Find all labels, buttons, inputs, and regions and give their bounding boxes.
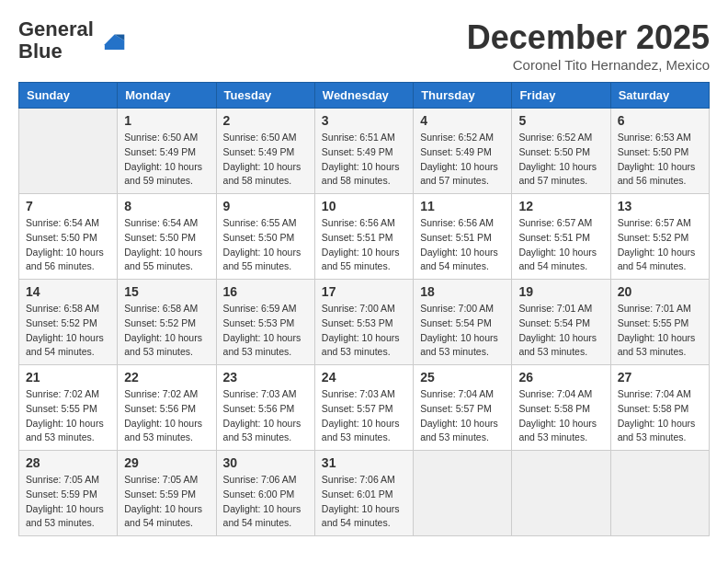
day-number: 30 <box>223 455 308 470</box>
day-info: Sunrise: 7:06 AMSunset: 6:00 PMDaylight:… <box>223 473 308 531</box>
day-number: 9 <box>223 199 308 213</box>
day-info: Sunrise: 6:52 AMSunset: 5:49 PMDaylight:… <box>420 131 505 189</box>
calendar-table: SundayMondayTuesdayWednesdayThursdayFrid… <box>18 82 710 536</box>
calendar-day: 31Sunrise: 7:06 AMSunset: 6:01 PMDayligh… <box>314 451 413 536</box>
day-number: 19 <box>518 284 603 299</box>
calendar-day: 5Sunrise: 6:52 AMSunset: 5:50 PMDaylight… <box>512 109 610 194</box>
calendar-day: 4Sunrise: 6:52 AMSunset: 5:49 PMDaylight… <box>414 109 512 194</box>
day-info: Sunrise: 7:02 AMSunset: 5:55 PMDaylight:… <box>26 387 110 445</box>
day-number: 3 <box>322 113 406 128</box>
day-info: Sunrise: 6:54 AMSunset: 5:50 PMDaylight:… <box>124 216 209 274</box>
logo: General Blue <box>18 18 125 63</box>
calendar-day: 22Sunrise: 7:02 AMSunset: 5:56 PMDayligh… <box>118 365 216 451</box>
day-number: 31 <box>322 455 406 470</box>
calendar-day <box>414 451 512 536</box>
calendar-day: 11Sunrise: 6:56 AMSunset: 5:51 PMDayligh… <box>414 194 512 280</box>
weekday-header-tuesday: Tuesday <box>216 83 314 109</box>
day-info: Sunrise: 6:56 AMSunset: 5:51 PMDaylight:… <box>322 216 406 274</box>
calendar-week-row: 28Sunrise: 7:05 AMSunset: 5:59 PMDayligh… <box>19 451 710 536</box>
day-info: Sunrise: 6:54 AMSunset: 5:50 PMDaylight:… <box>26 216 110 274</box>
day-info: Sunrise: 6:52 AMSunset: 5:50 PMDaylight:… <box>518 131 603 189</box>
weekday-header-wednesday: Wednesday <box>314 83 413 109</box>
day-number: 15 <box>124 284 209 299</box>
calendar-day: 25Sunrise: 7:04 AMSunset: 5:57 PMDayligh… <box>414 365 512 451</box>
calendar-day <box>19 109 118 194</box>
day-info: Sunrise: 7:01 AMSunset: 5:55 PMDaylight:… <box>618 302 702 360</box>
calendar-day: 23Sunrise: 7:03 AMSunset: 5:56 PMDayligh… <box>216 365 314 451</box>
weekday-header-saturday: Saturday <box>610 83 709 109</box>
calendar-day: 10Sunrise: 6:56 AMSunset: 5:51 PMDayligh… <box>314 194 413 280</box>
day-info: Sunrise: 6:56 AMSunset: 5:51 PMDaylight:… <box>420 216 505 274</box>
day-info: Sunrise: 7:03 AMSunset: 5:56 PMDaylight:… <box>223 387 308 445</box>
day-number: 21 <box>26 370 110 385</box>
day-info: Sunrise: 7:05 AMSunset: 5:59 PMDaylight:… <box>124 473 209 531</box>
day-number: 23 <box>223 370 308 385</box>
logo-blue: Blue <box>18 40 63 63</box>
day-number: 4 <box>420 113 505 128</box>
day-number: 5 <box>518 113 603 128</box>
day-info: Sunrise: 6:58 AMSunset: 5:52 PMDaylight:… <box>124 302 209 360</box>
calendar-day: 30Sunrise: 7:06 AMSunset: 6:00 PMDayligh… <box>216 451 314 536</box>
weekday-header-row: SundayMondayTuesdayWednesdayThursdayFrid… <box>19 83 710 109</box>
weekday-header-thursday: Thursday <box>414 83 512 109</box>
day-number: 6 <box>618 113 702 128</box>
day-info: Sunrise: 7:05 AMSunset: 5:59 PMDaylight:… <box>26 473 110 531</box>
day-number: 10 <box>322 199 406 213</box>
day-number: 16 <box>223 284 308 299</box>
day-number: 17 <box>322 284 406 299</box>
day-number: 12 <box>518 199 603 213</box>
day-number: 1 <box>124 113 209 128</box>
day-number: 27 <box>618 370 702 385</box>
calendar-week-row: 1Sunrise: 6:50 AMSunset: 5:49 PMDaylight… <box>19 109 710 194</box>
day-info: Sunrise: 6:57 AMSunset: 5:52 PMDaylight:… <box>618 216 702 274</box>
day-number: 28 <box>26 455 110 470</box>
day-info: Sunrise: 6:57 AMSunset: 5:51 PMDaylight:… <box>518 216 603 274</box>
location: Coronel Tito Hernandez, Mexico <box>467 57 710 73</box>
weekday-header-monday: Monday <box>118 83 216 109</box>
calendar-week-row: 21Sunrise: 7:02 AMSunset: 5:55 PMDayligh… <box>19 365 710 451</box>
day-number: 22 <box>124 370 209 385</box>
day-info: Sunrise: 6:50 AMSunset: 5:49 PMDaylight:… <box>223 131 308 189</box>
logo-general: General <box>18 17 94 40</box>
day-number: 29 <box>124 455 209 470</box>
day-number: 25 <box>420 370 505 385</box>
calendar-day: 2Sunrise: 6:50 AMSunset: 5:49 PMDaylight… <box>216 109 314 194</box>
month-title: December 2025 <box>467 18 710 57</box>
logo-icon <box>97 31 125 50</box>
day-info: Sunrise: 7:00 AMSunset: 5:54 PMDaylight:… <box>420 302 505 360</box>
day-number: 2 <box>223 113 308 128</box>
page-header: General Blue December 2025 Coronel Tito … <box>18 18 710 73</box>
calendar-day: 20Sunrise: 7:01 AMSunset: 5:55 PMDayligh… <box>610 280 709 365</box>
day-number: 8 <box>124 199 209 213</box>
day-info: Sunrise: 6:58 AMSunset: 5:52 PMDaylight:… <box>26 302 110 360</box>
weekday-header-sunday: Sunday <box>19 83 118 109</box>
calendar-day: 17Sunrise: 7:00 AMSunset: 5:53 PMDayligh… <box>314 280 413 365</box>
calendar-day: 24Sunrise: 7:03 AMSunset: 5:57 PMDayligh… <box>314 365 413 451</box>
day-info: Sunrise: 7:04 AMSunset: 5:58 PMDaylight:… <box>618 387 702 445</box>
calendar-day: 12Sunrise: 6:57 AMSunset: 5:51 PMDayligh… <box>512 194 610 280</box>
calendar-day: 3Sunrise: 6:51 AMSunset: 5:49 PMDaylight… <box>314 109 413 194</box>
calendar-day: 9Sunrise: 6:55 AMSunset: 5:50 PMDaylight… <box>216 194 314 280</box>
calendar-day: 13Sunrise: 6:57 AMSunset: 5:52 PMDayligh… <box>610 194 709 280</box>
day-info: Sunrise: 6:53 AMSunset: 5:50 PMDaylight:… <box>618 131 702 189</box>
day-info: Sunrise: 6:59 AMSunset: 5:53 PMDaylight:… <box>223 302 308 360</box>
day-number: 7 <box>26 199 110 213</box>
calendar-day: 16Sunrise: 6:59 AMSunset: 5:53 PMDayligh… <box>216 280 314 365</box>
calendar-day: 21Sunrise: 7:02 AMSunset: 5:55 PMDayligh… <box>19 365 118 451</box>
day-number: 13 <box>618 199 702 213</box>
day-info: Sunrise: 7:00 AMSunset: 5:53 PMDaylight:… <box>322 302 406 360</box>
day-number: 24 <box>322 370 406 385</box>
calendar-day: 15Sunrise: 6:58 AMSunset: 5:52 PMDayligh… <box>118 280 216 365</box>
day-number: 18 <box>420 284 505 299</box>
calendar-day: 14Sunrise: 6:58 AMSunset: 5:52 PMDayligh… <box>19 280 118 365</box>
day-info: Sunrise: 6:55 AMSunset: 5:50 PMDaylight:… <box>223 216 308 274</box>
calendar-day: 19Sunrise: 7:01 AMSunset: 5:54 PMDayligh… <box>512 280 610 365</box>
day-info: Sunrise: 7:04 AMSunset: 5:58 PMDaylight:… <box>518 387 603 445</box>
day-info: Sunrise: 6:50 AMSunset: 5:49 PMDaylight:… <box>124 131 209 189</box>
calendar-day: 18Sunrise: 7:00 AMSunset: 5:54 PMDayligh… <box>414 280 512 365</box>
calendar-week-row: 14Sunrise: 6:58 AMSunset: 5:52 PMDayligh… <box>19 280 710 365</box>
calendar-day: 28Sunrise: 7:05 AMSunset: 5:59 PMDayligh… <box>19 451 118 536</box>
day-info: Sunrise: 7:03 AMSunset: 5:57 PMDaylight:… <box>322 387 406 445</box>
day-number: 11 <box>420 199 505 213</box>
calendar-day: 8Sunrise: 6:54 AMSunset: 5:50 PMDaylight… <box>118 194 216 280</box>
